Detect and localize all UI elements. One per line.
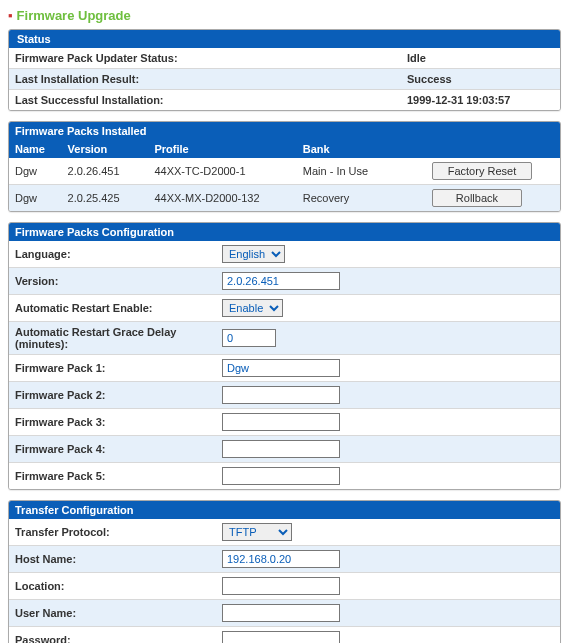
transfer-row-host: Host Name: [9,546,560,573]
gracedelay-input[interactable] [222,329,276,347]
config-row-pack2: Firmware Pack 2: [9,382,560,409]
status-value: Success [401,69,560,90]
language-select[interactable]: English [222,245,285,263]
pack-name: Dgw [9,185,62,212]
packs-installed-panel: Firmware Packs Installed Name Version Pr… [8,121,561,212]
status-row: Last Installation Result: Success [9,69,560,90]
status-value: Idle [401,48,560,69]
username-input[interactable] [222,604,340,622]
status-row: Last Successful Installation: 1999-12-31… [9,90,560,111]
config-row-language: Language: English [9,241,560,268]
packs-installed-superheader: Firmware Packs Installed [9,122,560,140]
config-row-version: Version: [9,268,560,295]
pack4-label: Firmware Pack 4: [9,436,216,463]
transfer-row-username: User Name: [9,600,560,627]
factory-reset-button[interactable]: Factory Reset [432,162,532,180]
status-row: Firmware Pack Updater Status: Idle [9,48,560,69]
status-value: 1999-12-31 19:03:57 [401,90,560,111]
page-title: ▪Firmware Upgrade [8,8,561,23]
protocol-label: Transfer Protocol: [9,519,216,546]
pack5-label: Firmware Pack 5: [9,463,216,490]
col-name: Name [9,140,62,158]
pack-name: Dgw [9,158,62,185]
password-label: Password: [9,627,216,644]
col-profile: Profile [148,140,296,158]
col-actions [420,140,560,158]
status-table: Firmware Pack Updater Status: Idle Last … [9,48,560,110]
username-label: User Name: [9,600,216,627]
pack3-input[interactable] [222,413,340,431]
config-row-pack4: Firmware Pack 4: [9,436,560,463]
password-input[interactable] [222,631,340,643]
table-row: Dgw 2.0.26.451 44XX-TC-D2000-1 Main - In… [9,158,560,185]
rollback-button[interactable]: Rollback [432,189,522,207]
pack3-label: Firmware Pack 3: [9,409,216,436]
transfer-table: Transfer Configuration Transfer Protocol… [9,501,560,643]
version-input[interactable] [222,272,340,290]
pack2-label: Firmware Pack 2: [9,382,216,409]
transfer-header: Transfer Configuration [9,501,458,519]
table-row: Dgw 2.0.25.425 44XX-MX-D2000-132 Recover… [9,185,560,212]
config-row-pack3: Firmware Pack 3: [9,409,560,436]
status-label: Firmware Pack Updater Status: [9,48,401,69]
status-panel: Status Firmware Pack Updater Status: Idl… [8,29,561,111]
blank-header [458,223,560,241]
transfer-headerrow: Transfer Configuration [9,501,560,519]
host-input[interactable] [222,550,340,568]
pack-profile: 44XX-TC-D2000-1 [148,158,296,185]
status-label: Last Installation Result: [9,69,401,90]
gracedelay-label: Automatic Restart Grace Delay (minutes): [9,322,216,355]
pack-version: 2.0.25.425 [62,185,149,212]
host-label: Host Name: [9,546,216,573]
config-row-autorestart: Automatic Restart Enable: Enable [9,295,560,322]
col-version: Version [62,140,149,158]
config-row-pack1: Firmware Pack 1: [9,355,560,382]
blank-header [458,501,560,519]
col-bank: Bank [297,140,420,158]
packs-config-panel: Firmware Packs Configuration Language: E… [8,222,561,490]
status-header: Status [9,30,560,48]
packs-config-header: Firmware Packs Configuration [9,223,458,241]
pack-bank: Main - In Use [297,158,420,185]
config-row-gracedelay: Automatic Restart Grace Delay (minutes): [9,322,560,355]
config-row-pack5: Firmware Pack 5: [9,463,560,490]
transfer-row-location: Location: [9,573,560,600]
pack5-input[interactable] [222,467,340,485]
location-label: Location: [9,573,216,600]
transfer-row-password: Password: [9,627,560,644]
pack4-input[interactable] [222,440,340,458]
language-label: Language: [9,241,216,268]
pack1-input[interactable] [222,359,340,377]
title-bullet-icon: ▪ [8,8,13,23]
pack-bank: Recovery [297,185,420,212]
pack-version: 2.0.26.451 [62,158,149,185]
packs-installed-header: Firmware Packs Installed [9,122,560,140]
location-input[interactable] [222,577,340,595]
packs-config-table: Firmware Packs Configuration Language: E… [9,223,560,489]
autorestart-select[interactable]: Enable [222,299,283,317]
pack1-label: Firmware Pack 1: [9,355,216,382]
packs-installed-table: Firmware Packs Installed Name Version Pr… [9,122,560,211]
autorestart-label: Automatic Restart Enable: [9,295,216,322]
packs-config-headerrow: Firmware Packs Configuration [9,223,560,241]
pack2-input[interactable] [222,386,340,404]
transfer-panel: Transfer Configuration Transfer Protocol… [8,500,561,643]
protocol-select[interactable]: TFTP [222,523,292,541]
pack-profile: 44XX-MX-D2000-132 [148,185,296,212]
version-label: Version: [9,268,216,295]
transfer-row-protocol: Transfer Protocol: TFTP [9,519,560,546]
status-label: Last Successful Installation: [9,90,401,111]
page-title-text: Firmware Upgrade [17,8,131,23]
packs-installed-columns: Name Version Profile Bank [9,140,560,158]
